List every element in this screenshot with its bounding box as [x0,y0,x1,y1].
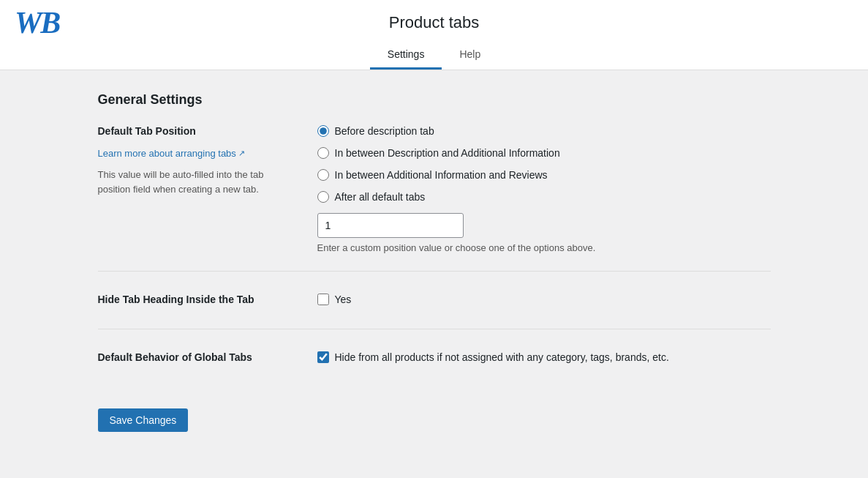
settings-row-hide-tab-heading: Hide Tab Heading Inside the Tab Yes [98,294,771,329]
checkbox-option-hide-heading[interactable]: Yes [317,294,771,305]
radio-option-after-all[interactable]: After all default tabs [317,191,771,203]
radio-label-in-between-desc-add: In between Description and Additional In… [335,147,560,159]
label-col-hide-tab-heading: Hide Tab Heading Inside the Tab [98,294,288,311]
label-col-default-behavior: Default Behavior of Global Tabs [98,351,288,369]
radio-before-description[interactable] [317,125,329,137]
radio-group-tab-position: Before description tab In between Descri… [317,125,771,203]
field-col-default-behavior: Hide from all products if not assigned w… [317,351,771,369]
field-col-hide-tab-heading: Yes [317,294,771,311]
section-title: General Settings [98,92,771,108]
radio-label-before-description: Before description tab [335,125,434,137]
main-content: General Settings Default Tab Position Le… [83,92,785,432]
radio-after-all[interactable] [317,191,329,203]
position-input-hint: Enter a custom position value or choose … [317,242,771,253]
radio-in-between-add-rev[interactable] [317,169,329,181]
radio-in-between-desc-add[interactable] [317,147,329,159]
field-label-hide-tab-heading: Hide Tab Heading Inside the Tab [98,294,288,305]
page-header: WB Product tabs Settings Help [0,0,868,70]
label-col-default-tab-position: Default Tab Position Learn more about ar… [98,125,288,253]
learn-more-link[interactable]: Learn more about arranging tabs ↗ [98,147,245,160]
logo-text: WB [15,7,59,38]
logo: WB [15,7,59,38]
checkbox-label-hide-heading: Yes [335,294,352,305]
tab-help[interactable]: Help [442,41,498,70]
settings-row-default-behavior: Default Behavior of Global Tabs Hide fro… [98,351,771,386]
radio-option-in-between-desc-add[interactable]: In between Description and Additional In… [317,147,771,159]
learn-more-link-text: Learn more about arranging tabs [98,147,236,160]
save-button[interactable]: Save Changes [98,408,189,432]
external-link-icon: ↗ [238,148,245,159]
field-col-default-tab-position: Before description tab In between Descri… [317,125,771,253]
checkbox-hide-heading[interactable] [317,294,329,305]
radio-option-before-description[interactable]: Before description tab [317,125,771,137]
checkbox-label-hide-products: Hide from all products if not assigned w… [335,351,669,363]
nav-tabs: Settings Help [0,41,868,70]
page-title: Product tabs [0,0,868,32]
field-label-default-tab-position: Default Tab Position [98,125,288,137]
radio-label-in-between-add-rev: In between Additional Information and Re… [335,169,548,181]
settings-row-default-tab-position: Default Tab Position Learn more about ar… [98,125,771,272]
radio-label-after-all: After all default tabs [335,191,426,203]
checkbox-option-hide-products[interactable]: Hide from all products if not assigned w… [317,351,771,363]
radio-option-in-between-add-rev[interactable]: In between Additional Information and Re… [317,169,771,181]
checkbox-hide-products[interactable] [317,351,329,363]
save-button-container: Save Changes [98,408,771,432]
field-description-default-tab-position: This value will be auto-filled into the … [98,168,288,196]
tab-settings[interactable]: Settings [370,41,442,70]
field-label-default-behavior: Default Behavior of Global Tabs [98,351,288,363]
position-input[interactable] [317,213,464,238]
